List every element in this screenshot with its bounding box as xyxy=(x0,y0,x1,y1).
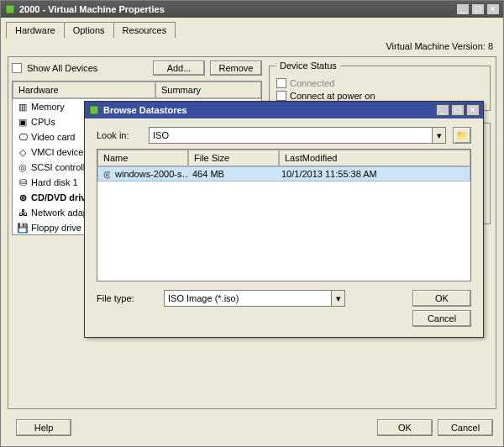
tab-row: Hardware Options Resources xyxy=(3,19,501,38)
device-status-legend: Device Status xyxy=(276,60,340,71)
dialog-close-button[interactable]: ✕ xyxy=(466,104,480,116)
window-title: 2000 - Virtual Machine Properties xyxy=(19,4,456,14)
connect-power-checkbox[interactable] xyxy=(276,91,286,101)
dialog-minimize-button[interactable]: _ xyxy=(436,104,449,116)
memory-icon: ▥ xyxy=(16,102,29,113)
show-all-label: Show All Devices xyxy=(27,63,148,73)
lookin-label: Look in: xyxy=(97,130,142,140)
col-name[interactable]: Name xyxy=(97,150,188,166)
tab-options[interactable]: Options xyxy=(64,22,114,38)
maximize-button[interactable]: ☐ xyxy=(471,3,485,15)
main-cancel-button[interactable]: Cancel xyxy=(438,419,493,436)
file-modified: 10/1/2013 11:55:38 AM xyxy=(276,169,470,179)
file-row-selected[interactable]: ◎ windows-2000-s… 464 MB 10/1/2013 11:55… xyxy=(97,166,470,181)
file-list: Name File Size LastModified ◎ windows-20… xyxy=(97,149,471,281)
cpu-icon: ▣ xyxy=(16,117,29,128)
iso-icon: ◎ xyxy=(98,169,110,180)
vmci-icon: ◇ xyxy=(16,147,29,158)
show-all-checkbox[interactable] xyxy=(12,63,22,73)
vmware-icon xyxy=(88,104,100,116)
tab-hardware[interactable]: Hardware xyxy=(6,22,65,39)
connected-label: Connected xyxy=(290,78,334,88)
tab-resources[interactable]: Resources xyxy=(113,22,176,38)
scsi-icon: ◎ xyxy=(16,162,29,173)
minimize-button[interactable]: _ xyxy=(456,3,470,15)
add-button[interactable]: Add... xyxy=(153,60,205,76)
chevron-down-icon: ▾ xyxy=(432,128,445,143)
col-filesize[interactable]: File Size xyxy=(188,150,279,166)
col-hardware[interactable]: Hardware xyxy=(13,82,155,98)
disk-icon: ⛁ xyxy=(16,177,29,188)
col-lastmodified[interactable]: LastModified xyxy=(279,150,470,166)
nic-icon: 🖧 xyxy=(16,208,29,218)
filetype-select[interactable]: ISO Image (*.iso) ▾ xyxy=(164,290,345,307)
vmware-icon xyxy=(4,3,16,15)
help-button[interactable]: Help xyxy=(16,419,71,436)
file-name: windows-2000-s… xyxy=(110,169,187,179)
svg-rect-1 xyxy=(90,106,98,114)
file-size: 464 MB xyxy=(187,169,276,179)
floppy-icon: 💾 xyxy=(16,223,29,234)
connect-power-label: Connect at power on xyxy=(290,91,375,101)
cd-icon: ⊚ xyxy=(16,192,29,203)
dialog-maximize-button[interactable]: ☐ xyxy=(451,104,465,116)
remove-button[interactable]: Remove xyxy=(210,60,262,76)
video-icon: 🖵 xyxy=(16,132,29,142)
svg-rect-0 xyxy=(6,5,14,13)
main-titlebar: 2000 - Virtual Machine Properties _ ☐ ✕ xyxy=(1,1,503,18)
folder-up-icon: 📁 xyxy=(456,130,468,140)
close-button[interactable]: ✕ xyxy=(486,3,500,15)
lookin-value: ISO xyxy=(153,130,169,140)
dialog-ok-button[interactable]: OK xyxy=(412,290,471,307)
filetype-value: ISO Image (*.iso) xyxy=(168,293,239,303)
filetype-label: File type: xyxy=(97,293,157,303)
vm-version-label: Virtual Machine Version: 8 xyxy=(386,41,493,51)
connected-checkbox[interactable] xyxy=(276,78,286,88)
lookin-select[interactable]: ISO ▾ xyxy=(149,127,446,144)
main-ok-button[interactable]: OK xyxy=(377,419,433,436)
chevron-down-icon: ▾ xyxy=(331,291,344,306)
browse-datastores-dialog: Browse Datastores _ ☐ ✕ Look in: ISO ▾ 📁… xyxy=(84,101,484,338)
col-summary[interactable]: Summary xyxy=(155,82,261,98)
dialog-title: Browse Datastores xyxy=(103,105,436,115)
dialog-cancel-button[interactable]: Cancel xyxy=(412,310,471,327)
up-folder-button[interactable]: 📁 xyxy=(453,127,471,144)
